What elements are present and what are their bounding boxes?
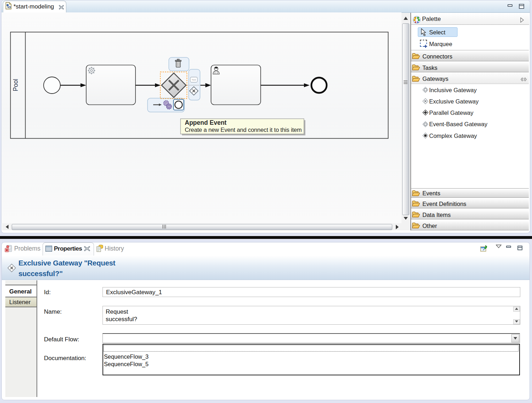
svg-text:Task: Task xyxy=(192,79,196,81)
svg-text:Pool: Pool xyxy=(12,79,19,91)
svg-text:Append Event: Append Event xyxy=(185,119,227,126)
svg-text:Create a new Event and connect: Create a new Event and connect it to thi… xyxy=(185,127,302,133)
